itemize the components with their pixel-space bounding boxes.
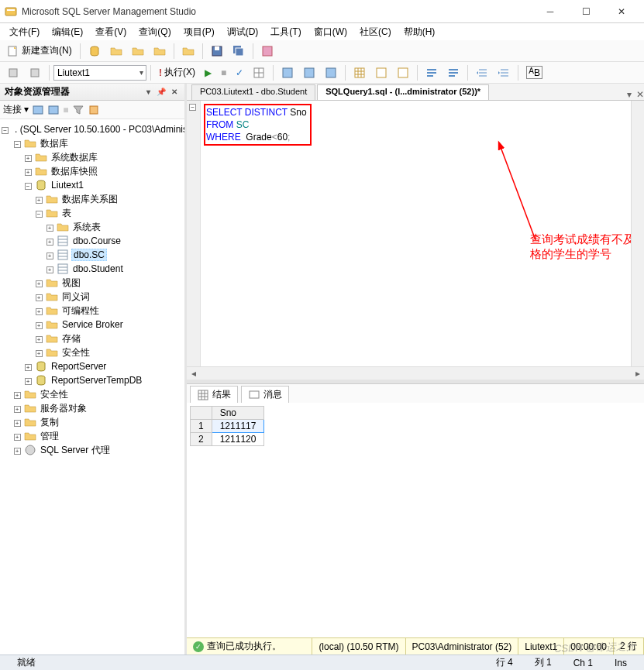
tree-security-db[interactable]: +安全性 [0,345,184,359]
folder-icon [46,346,58,359]
new-query-label: 新建查询(N) [22,44,72,57]
minimize-button[interactable]: ─ [532,1,568,22]
menu-community[interactable]: 社区(C) [353,24,398,40]
specify-values-button[interactable]: AB [522,64,546,81]
menu-file[interactable]: 文件(F) [3,24,46,40]
sql-editor[interactable]: − SELECT DISTINCT Sno FROM SC WHERE Grad… [187,101,644,380]
tabstrip-dropdown[interactable]: ▾ [627,89,632,100]
table-row[interactable]: 11211117 [191,420,264,433]
oe-filter2-icon[interactable] [72,104,84,116]
tree-security[interactable]: +安全性 [0,387,184,401]
tree-service-broker[interactable]: +Service Broker [0,318,184,332]
folder-icon [46,318,58,331]
messages-tab[interactable]: 消息 [241,386,289,404]
tree-db-diagram[interactable]: +数据库关系图 [0,192,184,206]
editor-vscrollbar[interactable] [631,101,644,366]
menu-query[interactable]: 查询(Q) [133,24,177,40]
connect-dropdown[interactable]: 连接 ▾ [3,103,29,116]
oe-pin-button[interactable]: 📌 [156,87,167,98]
tree-management[interactable]: +管理 [0,429,184,443]
tree-databases[interactable]: −数据库 [0,136,184,150]
col-header-sno[interactable]: Sno [212,407,264,420]
debug-button[interactable]: ▶ [201,65,215,81]
tree-reportserver-temp[interactable]: +ReportServerTempDB [0,373,184,387]
object-tree[interactable]: −. (SQL Server 10.50.1600 - PC03\Adminis… [0,119,184,655]
menu-edit[interactable]: 编辑(E) [46,24,89,40]
oe-dropdown-button[interactable]: ▾ [143,87,153,98]
results-text-button[interactable] [371,64,391,81]
editor-hscrollbar[interactable]: ◂▸ [187,366,644,380]
menu-tools[interactable]: 工具(T) [264,24,307,40]
menu-view[interactable]: 查看(V) [89,24,133,40]
status-col: 列 1 [524,656,563,669]
results-grid[interactable]: Sno 11211117 21211120 [187,403,644,637]
parse-button[interactable]: ✓ [232,65,247,81]
tree-storage[interactable]: +存储 [0,332,184,345]
close-button[interactable]: ✕ [604,1,639,22]
uncomment-button[interactable] [443,64,463,81]
toolbar-separator [150,65,151,81]
tb2-btn-2[interactable] [25,64,45,81]
tb2-btn-7[interactable] [277,64,298,81]
sql-text[interactable]: SELECT DISTINCT Sno FROM SC WHERE Grade<… [204,104,312,146]
tb-btn-4[interactable] [150,43,170,60]
oe-stop-icon[interactable] [88,104,100,116]
tree-server-objects[interactable]: +服务器对象 [0,401,184,415]
menu-window[interactable]: 窗口(W) [308,24,353,40]
menu-help[interactable]: 帮助(H) [398,24,442,40]
stop-button[interactable]: ■ [217,65,230,81]
tree-table-sc[interactable]: +dbo.SC [0,248,184,262]
results-text-icon [375,67,387,79]
outdent-button[interactable] [494,64,514,81]
table-row[interactable]: 21211120 [191,433,264,446]
oe-refresh-icon[interactable] [32,104,44,116]
tree-views[interactable]: +视图 [0,276,184,290]
tb2-btn-8[interactable] [299,64,319,81]
maximize-button[interactable]: ☐ [568,1,604,22]
tb2-btn-6[interactable] [249,64,269,81]
tree-sys-tables[interactable]: +系统表 [0,220,184,234]
tree-db-snap[interactable]: +数据库快照 [0,164,184,178]
tree-liutext1[interactable]: −Liutext1 [0,178,184,192]
menu-project[interactable]: 项目(P) [177,24,221,40]
rownum-header[interactable] [191,407,212,420]
tb-btn-3[interactable] [128,43,148,60]
results-grid-button[interactable] [350,64,370,81]
collapse-marker[interactable]: − [189,104,196,111]
comment-button[interactable] [422,64,442,81]
oe-filter-icon[interactable] [47,104,60,116]
tree-table-student[interactable]: +dbo.Student [0,262,184,276]
object-explorer-title: 对象资源管理器 [5,85,70,98]
tree-table-course[interactable]: +dbo.Course [0,234,184,248]
tb-btn-1[interactable] [84,43,105,60]
tree-tables[interactable]: −表 [0,206,184,220]
tb-btn-2[interactable] [106,43,126,60]
save-all-button[interactable] [229,43,249,60]
tree-reportserver[interactable]: +ReportServer [0,359,184,373]
activity-button[interactable] [257,43,277,60]
tree-replication[interactable]: +复制 [0,415,184,429]
save-button[interactable] [207,43,227,60]
database-combo[interactable]: Liutext1 [53,65,146,81]
menu-bar: 文件(F) 编辑(E) 查看(V) 查询(Q) 项目(P) 调试(D) 工具(T… [0,23,644,40]
execute-button[interactable]: ! 执行(X) [155,64,199,81]
results-tab[interactable]: 结果 [190,386,238,404]
tab-student[interactable]: PC03.Liutext1 - dbo.Student [191,84,315,100]
new-query-button[interactable]: 新建查询(N) [3,42,76,60]
tab-sqlquery1[interactable]: SQLQuery1.sql - (l...dministrator (52))* [317,84,489,100]
results-file-button[interactable] [393,64,413,81]
tb2-btn-1[interactable] [3,64,23,81]
folder-icon [46,193,58,205]
indent-button[interactable] [472,64,492,81]
tabstrip-close[interactable]: ✕ [636,89,644,100]
svg-rect-31 [250,391,259,398]
tree-sql-agent[interactable]: +SQL Server 代理 [0,443,184,457]
tb2-btn-9[interactable] [321,64,341,81]
tree-server[interactable]: −. (SQL Server 10.50.1600 - PC03\Adminis… [0,122,184,136]
menu-debug[interactable]: 调试(D) [221,24,265,40]
open-button[interactable] [178,43,198,60]
tree-sys-db[interactable]: +系统数据库 [0,150,184,164]
tree-programmability[interactable]: +可编程性 [0,304,184,318]
oe-close-button[interactable]: ✕ [169,87,180,98]
tree-synonyms[interactable]: +同义词 [0,290,184,304]
